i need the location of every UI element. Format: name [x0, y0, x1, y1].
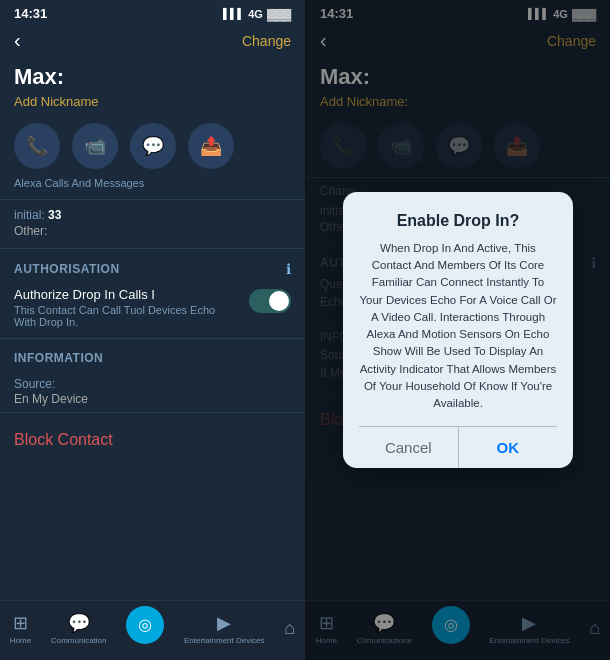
block-contact-left[interactable]: Block Contact	[0, 415, 305, 465]
modal-ok-button[interactable]: OK	[459, 427, 558, 468]
change-button-left[interactable]: Change	[242, 33, 291, 49]
enable-drop-in-modal: Enable Drop In? When Drop In And Active,…	[343, 192, 573, 469]
alexa-icon-left: ◎	[138, 615, 152, 634]
share-button-left[interactable]: 📤	[188, 123, 234, 169]
comm-icon-left: 💬	[68, 612, 90, 634]
source-value-left: En My Device	[14, 392, 291, 406]
status-icons-left: ▌▌▌ 4G ▓▓▓	[223, 8, 291, 20]
alexa-label-left: Alexa Calls And Messages	[0, 175, 305, 197]
panel-right: 14:31 ▌▌▌ 4G ▓▓▓ ‹ Change Max: Add Nickn…	[305, 0, 610, 660]
info-icon-left[interactable]: ℹ	[286, 261, 291, 277]
entertainment-label-left: Entertainment Devices	[184, 636, 264, 645]
network-left: 4G	[248, 8, 263, 20]
panel-left: 14:31 ▌▌▌ 4G ▓▓▓ ‹ Change Max: Add Nickn…	[0, 0, 305, 660]
modal-cancel-button[interactable]: Cancel	[359, 427, 458, 468]
nav-entertainment-left[interactable]: ▶ Entertainment Devices	[184, 612, 264, 645]
divider-3-left	[0, 338, 305, 339]
info-other-left: Other:	[0, 224, 305, 246]
more-icon-left: ⌂	[284, 618, 295, 639]
nav-row-left: ‹ Change	[0, 25, 305, 60]
status-bar-left: 14:31 ▌▌▌ 4G ▓▓▓	[0, 0, 305, 25]
comm-label-left: Communication	[51, 636, 107, 645]
divider-2-left	[0, 248, 305, 249]
nav-comm-left[interactable]: 💬 Communication	[51, 612, 107, 645]
nav-home-left[interactable]: ⊞ Home	[10, 612, 31, 645]
contact-name-left: Max:	[0, 60, 305, 92]
action-buttons-left: 📞 📹 💬 📤	[0, 119, 305, 175]
drop-in-toggle-left[interactable]	[249, 289, 291, 313]
back-button-left[interactable]: ‹	[14, 29, 21, 52]
auth-subtitle-left: This Contact Can Call Tuol Devices Echo …	[14, 304, 239, 328]
divider-4-left	[0, 412, 305, 413]
nav-alexa-left[interactable]: ◎	[126, 614, 164, 644]
divider-1-left	[0, 199, 305, 200]
modal-buttons: Cancel OK	[359, 426, 557, 468]
info-initial-value-left: 33	[48, 208, 61, 222]
home-label-left: Home	[10, 636, 31, 645]
bottom-nav-left: ⊞ Home 💬 Communication ◎ ▶ Entertainment…	[0, 600, 305, 660]
alexa-circle-left: ◎	[126, 606, 164, 644]
message-button-left[interactable]: 💬	[130, 123, 176, 169]
time-left: 14:31	[14, 6, 47, 21]
modal-overlay: Enable Drop In? When Drop In And Active,…	[306, 0, 610, 660]
call-button-left[interactable]: 📞	[14, 123, 60, 169]
contact-nickname-left[interactable]: Add Nickname	[0, 92, 305, 119]
modal-body: When Drop In And Active, This Contact An…	[359, 240, 557, 413]
entertainment-icon-left: ▶	[217, 612, 231, 634]
info-initial-label-left: initial: 33	[0, 202, 305, 224]
info-section-left: Source: En My Device	[0, 371, 305, 410]
modal-title: Enable Drop In?	[359, 212, 557, 230]
video-button-left[interactable]: 📹	[72, 123, 118, 169]
battery-icon-left: ▓▓▓	[267, 8, 291, 20]
auth-section-header-left: AUTHORISATION ℹ	[0, 251, 305, 283]
authorize-text-left: Authorize Drop In Calls I This Contact C…	[14, 287, 249, 328]
auth-section-title-left: AUTHORISATION	[14, 262, 120, 276]
signal-icon-left: ▌▌▌	[223, 8, 244, 19]
toggle-knob-left	[269, 291, 289, 311]
home-icon-left: ⊞	[13, 612, 28, 634]
info-section-title-left: INFORMATION	[14, 351, 103, 365]
auth-title-left: Authorize Drop In Calls I	[14, 287, 239, 302]
source-label-left: Source:	[14, 377, 291, 391]
info-section-header-left: INFORMATION	[0, 341, 305, 371]
authorize-row-left: Authorize Drop In Calls I This Contact C…	[0, 283, 305, 336]
nav-more-left[interactable]: ⌂	[284, 618, 295, 639]
